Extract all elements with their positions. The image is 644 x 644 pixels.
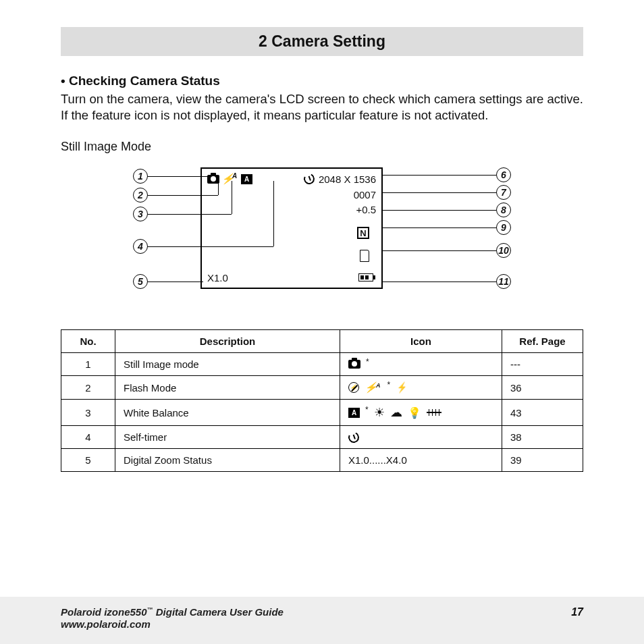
table-row: 4 Self-timer 38 <box>61 426 583 449</box>
cell-icon <box>340 426 502 449</box>
callout-9: 9 <box>496 220 511 235</box>
cell-ref: --- <box>502 353 583 376</box>
cell-ref: 43 <box>502 400 583 426</box>
page-footer: Polaroid izone550™ Digital Camera User G… <box>0 597 644 644</box>
callout-7: 7 <box>496 185 511 200</box>
callout-2: 2 <box>133 188 148 203</box>
ev-value: +0.5 <box>356 204 376 215</box>
cell-desc: Digital Zoom Status <box>115 449 340 472</box>
table-row: 3 White Balance A* ☀ ☁ 💡 43 <box>61 400 583 426</box>
flash-on-icon: ⚡ <box>397 381 407 394</box>
callout-3: 3 <box>133 207 148 221</box>
cell-desc: White Balance <box>115 400 340 426</box>
cell-icon: * <box>340 353 502 376</box>
cell-no: 2 <box>61 376 115 400</box>
shot-count: 0007 <box>354 189 376 200</box>
quality-icon: N <box>357 227 369 239</box>
section-heading: Checking Camera Status <box>69 74 220 88</box>
th-desc: Description <box>115 330 340 353</box>
cell-desc: Flash Mode <box>115 376 340 400</box>
self-timer-icon <box>347 430 361 444</box>
cell-ref: 36 <box>502 376 583 400</box>
flash-off-icon: ⚡ <box>348 382 359 393</box>
cell-icon: X1.0......X4.0 <box>340 449 502 472</box>
self-timer-icon <box>302 172 317 186</box>
table-row: 5 Digital Zoom Status X1.0......X4.0 39 <box>61 449 583 472</box>
section-body: Turn on the camera, view the camera's LC… <box>61 91 583 124</box>
cell-icon: A* ☀ ☁ 💡 <box>340 400 502 426</box>
footer-guide: Polaroid izone550™ Digital Camera User G… <box>61 606 284 618</box>
callout-1: 1 <box>133 169 148 184</box>
cell-ref: 39 <box>502 449 583 472</box>
cell-desc: Self-timer <box>115 426 340 449</box>
wb-fluorescent-icon <box>427 409 441 416</box>
th-icon: Icon <box>340 330 502 353</box>
table-row: 1 Still Image mode * --- <box>61 353 583 376</box>
cell-no: 3 <box>61 400 115 426</box>
lcd-diagram: 1 2 3 4 5 6 7 8 9 10 11 ⚡A <box>133 161 511 302</box>
resolution-value: 2048 X 1536 <box>319 173 376 185</box>
cell-no: 5 <box>61 449 115 472</box>
th-no: No. <box>61 330 115 353</box>
callout-11: 11 <box>496 274 511 289</box>
cell-no: 1 <box>61 353 115 376</box>
callout-8: 8 <box>496 203 511 217</box>
callout-6: 6 <box>496 167 511 182</box>
wb-bulb-icon: 💡 <box>408 406 421 419</box>
section-title: • Checking Camera Status <box>61 74 583 88</box>
wb-sun-icon: ☀ <box>374 405 385 420</box>
chapter-title: 2 Camera Setting <box>61 27 583 56</box>
camera-icon <box>348 360 360 369</box>
lcd-screen: ⚡A A 2048 X 1536 0007 +0.5 N X1.0 <box>200 167 383 289</box>
white-balance-icon: A <box>241 174 252 184</box>
flash-auto-icon: ⚡A <box>221 173 239 185</box>
table-row: 2 Flash Mode ⚡ ⚡A* ⚡ 36 <box>61 376 583 400</box>
cell-icon: ⚡ ⚡A* ⚡ <box>340 376 502 400</box>
page-number: 17 <box>571 606 583 618</box>
camera-icon <box>207 175 219 184</box>
callout-4: 4 <box>133 239 148 254</box>
th-ref: Ref. Page <box>502 330 583 353</box>
memory-card-icon <box>360 250 369 262</box>
mode-label: Still Image Mode <box>61 140 583 154</box>
bullet: • <box>61 74 65 88</box>
callout-10: 10 <box>496 243 511 258</box>
zoom-value: X1.0 <box>207 272 228 284</box>
flash-auto-icon: ⚡A <box>365 381 382 394</box>
callout-5: 5 <box>133 274 148 289</box>
wb-cloud-icon: ☁ <box>390 405 402 420</box>
wb-auto-icon: A <box>348 408 360 418</box>
battery-icon <box>358 273 373 281</box>
footer-url: www.polaroid.com <box>61 618 151 630</box>
reference-table: No. Description Icon Ref. Page 1 Still I… <box>61 329 583 472</box>
cell-no: 4 <box>61 426 115 449</box>
cell-desc: Still Image mode <box>115 353 340 376</box>
cell-ref: 38 <box>502 426 583 449</box>
